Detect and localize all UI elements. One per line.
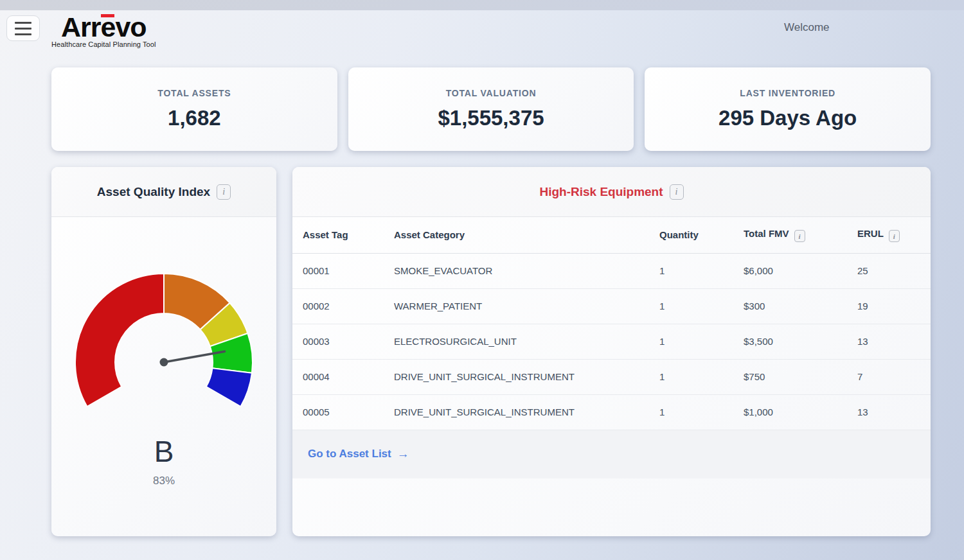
stat-cards-row: TOTAL ASSETS 1,682 TOTAL VALUATION $1,55… [51,67,931,151]
asset-quality-title: Asset Quality Index [97,185,210,199]
table-cell: 25 [857,253,931,288]
table-row: 00001SMOKE_EVACUATOR1$6,00025 [292,253,931,288]
gauge-segment-red [75,274,164,407]
table-row: 00003ELECTROSURGICAL_UNIT1$3,50013 [292,324,931,359]
table-footer: Go to Asset List→ [292,430,931,478]
column-header: Asset Tag [292,217,394,253]
stat-label: TOTAL ASSETS [157,88,231,98]
stat-card-total-valuation: TOTAL VALUATION $1,555,375 [348,67,634,151]
asset-quality-body: B 83% [51,217,276,536]
logo-accent-bar [101,14,115,17]
high-risk-equipment-card: High-Risk Equipment i Asset TagAsset Cat… [292,167,931,536]
table-row: 00002WARMER_PATIENT1$30019 [292,288,931,324]
table-row: 00005DRIVE_UNIT_SURGICAL_INSTRUMENT1$1,0… [292,394,931,430]
table-cell: DRIVE_UNIT_SURGICAL_INSTRUMENT [394,359,659,394]
table-cell: $6,000 [744,253,857,288]
column-header: Asset Category [394,217,659,253]
column-header: Quantity [659,217,744,253]
column-header: Total FMVi [744,217,857,253]
quality-grade: B [154,437,174,466]
table-cell: 1 [659,288,744,324]
app-header: Arrevo Healthcare Capital Planning Tool … [0,10,964,59]
hamburger-icon [15,22,31,24]
info-icon[interactable]: i [217,184,231,200]
table-cell: 1 [659,394,744,430]
stat-value: $1,555,375 [438,106,544,130]
gauge-segment-blue [206,368,252,407]
arrow-right-icon: → [397,447,409,461]
info-icon[interactable]: i [889,230,900,242]
stat-card-last-inventoried: LAST INVENTORIED 295 Days Ago [645,67,931,151]
table-cell: ELECTROSURGICAL_UNIT [394,324,659,359]
quality-gauge-chart [67,272,260,420]
top-strip [0,0,964,10]
stat-label: TOTAL VALUATION [446,88,537,98]
table-cell: 00004 [292,359,394,394]
table-row: 00004DRIVE_UNIT_SURGICAL_INSTRUMENT1$750… [292,359,931,394]
table-cell: 7 [857,359,931,394]
bottom-row: Asset Quality Index i B 83% High-Risk Eq… [51,167,931,536]
logo-text: Arrevo [51,12,156,43]
column-header: ERULi [857,217,931,253]
table-cell: $3,500 [744,324,857,359]
info-icon[interactable]: i [670,184,684,200]
main-content: TOTAL ASSETS 1,682 TOTAL VALUATION $1,55… [0,59,964,536]
table-cell: 13 [857,394,931,430]
high-risk-title: High-Risk Equipment [539,185,663,199]
card-empty-area [292,478,931,537]
table-cell: 1 [659,253,744,288]
table-cell: 13 [857,324,931,359]
stat-label: LAST INVENTORIED [740,88,835,98]
table-cell: WARMER_PATIENT [394,288,659,324]
table-cell: SMOKE_EVACUATOR [394,253,659,288]
table-cell: $1,000 [744,394,857,430]
high-risk-table: Asset TagAsset CategoryQuantityTotal FMV… [292,217,931,430]
asset-quality-header: Asset Quality Index i [51,167,276,217]
go-to-asset-list-link[interactable]: Go to Asset List→ [308,447,409,461]
app-logo: Arrevo Healthcare Capital Planning Tool [51,12,156,48]
table-cell: $300 [744,288,857,324]
table-cell: 19 [857,288,931,324]
table-cell: DRIVE_UNIT_SURGICAL_INSTRUMENT [394,394,659,430]
stat-card-total-assets: TOTAL ASSETS 1,682 [51,67,337,151]
table-cell: 1 [659,359,744,394]
table-cell: $750 [744,359,857,394]
table-header-row: Asset TagAsset CategoryQuantityTotal FMV… [292,217,931,253]
table-cell: 1 [659,324,744,359]
gauge-pivot [160,358,168,367]
table-cell: 00002 [292,288,394,324]
info-icon[interactable]: i [794,230,805,242]
high-risk-header: High-Risk Equipment i [292,167,931,217]
stat-value: 1,682 [168,106,221,130]
table-cell: 00001 [292,253,394,288]
asset-quality-card: Asset Quality Index i B 83% [51,167,276,536]
table-cell: 00003 [292,324,394,359]
hamburger-menu-button[interactable] [6,15,40,41]
quality-percent: 83% [153,475,175,487]
table-cell: 00005 [292,394,394,430]
welcome-text: Welcome [784,21,830,34]
stat-value: 295 Days Ago [719,106,857,130]
